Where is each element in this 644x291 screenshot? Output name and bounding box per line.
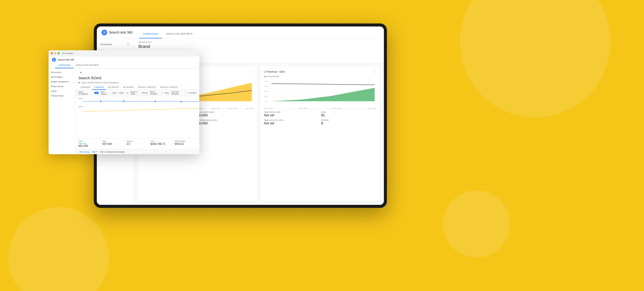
window-tab-campaigns[interactable]: CAMPAIGNS — [55, 63, 73, 68]
window-bid-row: + Bid strategy Edit ▾ Filter to selected… — [75, 149, 199, 154]
click-dropdown[interactable]: Click ▾ — [119, 92, 124, 94]
tablet-header: S Search Ads 360 CAMPAIGNS EXECUTIVE REP… — [97, 27, 384, 39]
window-stats-row: Clicks +662,095 662,095 Visit 687,663 Av… — [75, 138, 199, 149]
stat-visit: Visit 687,663 — [100, 140, 124, 148]
wsidebar-budget-management[interactable]: Budget management — [48, 79, 75, 84]
card-title-lt-revenue: LT Revenue - DDA — [264, 70, 285, 73]
window-titlebar: Bid strategies — [48, 50, 199, 56]
filter-bid-strategies-label: Filter to selected bid strategies — [100, 151, 125, 153]
logo-icon: S — [102, 30, 107, 35]
window-main: ⚙ Search ROAS Target: 120.00% ROAS for a… — [75, 69, 199, 154]
show-label: Show: — [143, 92, 148, 94]
window-page-header: ⚙ Search ROAS Target: 120.00% ROAS for a… — [75, 69, 199, 85]
bg-decoration-1 — [460, 0, 610, 117]
window-sidebar: All accounts ‹ Bid strategies Budget man… — [48, 69, 75, 154]
collapse-icon[interactable]: ‹ — [126, 42, 130, 46]
header-nav: CAMPAIGNS EXECUTIVE REPORTS — [139, 27, 197, 38]
metric-actual-in-plans: Actual spend in plans $145K — [198, 111, 254, 117]
app-name: Search Ads 360 — [109, 31, 132, 34]
window-toolbar: Event annotations: ON Time interval: Day… — [75, 90, 199, 96]
gear-row: ⚙ — [78, 70, 196, 75]
window-nav-tabs: CAMPAIGNS EXECUTIVE REPORTS — [52, 63, 196, 68]
window-logo-icon: S — [52, 58, 56, 62]
metric-estimated-revenue: Estimated $ — [321, 119, 377, 125]
page-tab-product-groups[interactable]: PRODUCT GROUPS — [158, 85, 180, 90]
minimize-dot[interactable] — [54, 52, 56, 54]
svg-text:500%: 500% — [264, 91, 268, 92]
x-axis-labels-2: Feb 24, 2021 Feb 25, 2021 Feb 26, 2021 F… — [264, 108, 376, 109]
edit-dropdown[interactable]: Edit ▾ — [92, 151, 97, 153]
wsidebar-budget-pacing[interactable]: Budget pacing — [48, 84, 75, 89]
svg-point-24 — [100, 101, 101, 102]
lt-revenue-card: LT Revenue - DDA ⋮ Actual ROAS — [260, 66, 380, 201]
stat-visit-value: 687,663 — [102, 142, 122, 146]
bg-decoration-3 — [443, 190, 510, 257]
toggle-on-button[interactable]: ON — [94, 92, 99, 94]
page-tab-ad-groups[interactable]: AD GROUPS — [106, 85, 121, 90]
collapse-icon-w: ‹ — [72, 71, 73, 73]
nav-campaigns[interactable]: CAMPAIGNS — [139, 33, 162, 38]
card-header-lt-revenue: LT Revenue - DDA ⋮ — [264, 70, 376, 73]
wsidebar-all-accounts[interactable]: All accounts ‹ — [48, 70, 75, 75]
sa360-logo: S Search Ads 360 — [102, 30, 132, 35]
target-text: Target: 120.00% ROAS for all GA transact… — [81, 82, 119, 84]
sidebar-item-all-accounts[interactable]: All accounts ‹ — [97, 41, 134, 48]
svg-text:0%: 0% — [265, 101, 267, 102]
window-tab-executive[interactable]: EXECUTIVE REPORTS — [73, 63, 102, 68]
add-bid-strategy-link[interactable]: + Bid strategy — [78, 151, 90, 153]
view-dropdown[interactable]: <No view selected> ▾ — [171, 91, 187, 95]
svg-point-26 — [155, 101, 156, 102]
svg-marker-21 — [271, 88, 375, 101]
metric-target-revenue-period: Target revenue this period Not set — [264, 119, 319, 125]
page-tab-campaign[interactable]: CAMPAIGN — [92, 85, 106, 90]
chart-lt-revenue: 1,000% 750% 500% 250% 0% — [264, 80, 376, 106]
close-dot[interactable] — [51, 52, 53, 54]
metric-estimated-in-plans: Estimated spend in plans $145K — [198, 119, 254, 125]
stat-clicks: Clicks +662,095 662,095 — [78, 140, 100, 148]
chevron-down-icon-4: ▾ — [162, 92, 163, 94]
stat-cost: Cost $260,768,71 — [148, 140, 172, 148]
select-metric-dropdown[interactable]: Select a metric ▾ — [130, 91, 143, 95]
time-interval-dropdown[interactable]: Day ▾ — [112, 92, 117, 94]
svg-text:1,000%: 1,000% — [264, 81, 269, 82]
nav-executive-reports[interactable]: EXECUTIVE REPORTS — [162, 33, 197, 38]
stat-avg-pos-value: 3,5 — [126, 142, 146, 146]
chevron-down-icon-2: ▾ — [124, 92, 124, 94]
card-metrics-2: Target revenue to date Not set Actual $1… — [264, 109, 376, 125]
window-inner: All accounts ‹ Bid strategies Budget man… — [48, 69, 199, 154]
stat-ga-transaction-value: 949,511 — [174, 142, 194, 146]
active-status-dot — [78, 82, 80, 83]
legend-actual-roas: Actual ROAS — [264, 75, 279, 78]
wsidebar-change-history[interactable]: Change history — [48, 93, 75, 98]
window-full: S Search Ads 360 CAMPAIGNS EXECUTIVE REP… — [48, 56, 199, 154]
show-dropdown[interactable]: All but removed ▾ — [150, 91, 163, 95]
wsidebar-labels[interactable]: Labels — [48, 89, 75, 93]
logo-letter: S — [104, 31, 105, 34]
legend-dot-actual-roas — [264, 76, 267, 77]
page-tab-overview[interactable]: OVERVIEW — [78, 85, 92, 90]
bg-decoration-2 — [8, 207, 109, 291]
card-menu-icon-2[interactable]: ⋮ — [374, 70, 376, 73]
stat-avg-pos: Avg pos 3,5 — [124, 140, 148, 148]
window-page-tabs: OVERVIEW CAMPAIGN AD GROUPS KEYWORDS PRO… — [75, 85, 199, 90]
window-nav-header: S Search Ads 360 CAMPAIGNS EXECUTIVE REP… — [48, 56, 199, 69]
target-row: Target: 120.00% ROAS for all GA transact… — [78, 82, 196, 84]
settings-gear-icon[interactable]: ⚙ — [78, 70, 83, 75]
stat-cost-value: $260,768,71 — [150, 142, 170, 146]
columns-label[interactable]: Columns — [189, 92, 196, 94]
page-tab-product-targets[interactable]: PRODUCT TARGETS — [136, 85, 158, 90]
window-breadcrumb: Bid strategies — [62, 52, 74, 54]
svg-text:250%: 250% — [264, 96, 268, 97]
event-annotations-label: Event annotations: — [78, 91, 92, 95]
card-menu-icon[interactable]: ⋮ — [251, 70, 254, 73]
time-interval-label: Time interval: — [101, 91, 111, 95]
vs-label: vs — [126, 92, 128, 94]
maximize-dot[interactable] — [58, 52, 60, 54]
toolbar-left: Event annotations: ON Time interval: Day… — [78, 91, 143, 95]
stat-clicks-change: +662,095 — [78, 142, 98, 144]
window-app-name: Search Ads 360 — [58, 58, 74, 61]
card-legend-2: Actual ROAS — [264, 75, 376, 78]
page-tab-keywords[interactable]: KEYWORDS — [121, 85, 136, 90]
wsidebar-bid-strategies[interactable]: Bid strategies — [48, 75, 75, 79]
svg-point-25 — [123, 100, 124, 102]
